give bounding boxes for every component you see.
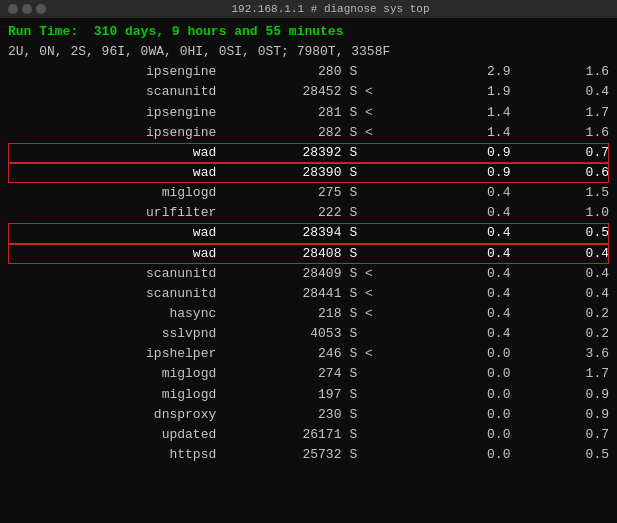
process-cpu: 1.4 bbox=[436, 123, 523, 143]
process-cpu: 0.0 bbox=[436, 425, 523, 445]
process-mem: 1.6 bbox=[522, 123, 609, 143]
process-state: S < bbox=[349, 103, 436, 123]
process-state: S bbox=[349, 425, 436, 445]
process-mem: 1.0 bbox=[522, 203, 609, 223]
table-row: miglogd274S0.01.7 bbox=[8, 364, 609, 384]
process-name: miglogd bbox=[8, 183, 224, 203]
process-mem: 1.5 bbox=[522, 183, 609, 203]
process-mem: 0.7 bbox=[522, 425, 609, 445]
process-mem: 1.7 bbox=[522, 364, 609, 384]
process-cpu: 0.4 bbox=[436, 264, 523, 284]
process-mem: 1.7 bbox=[522, 103, 609, 123]
process-state: S bbox=[349, 183, 436, 203]
process-name: dnsproxy bbox=[8, 405, 224, 425]
process-mem: 0.4 bbox=[522, 82, 609, 102]
process-state: S bbox=[349, 405, 436, 425]
process-table: ipsengine280S2.91.6scanunitd28452S <1.90… bbox=[8, 62, 609, 465]
process-pid: 28390 bbox=[224, 163, 349, 183]
process-name: ipsengine bbox=[8, 103, 224, 123]
process-cpu: 0.0 bbox=[436, 385, 523, 405]
process-name: hasync bbox=[8, 304, 224, 324]
process-pid: 28394 bbox=[224, 223, 349, 243]
process-pid: 281 bbox=[224, 103, 349, 123]
table-row: sslvpnd4053S0.40.2 bbox=[8, 324, 609, 344]
process-name: wad bbox=[8, 244, 224, 264]
process-mem: 0.6 bbox=[522, 163, 609, 183]
process-state: S < bbox=[349, 344, 436, 364]
process-cpu: 0.4 bbox=[436, 284, 523, 304]
table-row: wad28408S0.40.4 bbox=[8, 244, 609, 264]
title-bar: 192.168.1.1 # diagnose sys top bbox=[0, 0, 617, 18]
process-pid: 218 bbox=[224, 304, 349, 324]
process-cpu: 0.0 bbox=[436, 405, 523, 425]
process-pid: 280 bbox=[224, 62, 349, 82]
process-name: scanunitd bbox=[8, 82, 224, 102]
process-pid: 28409 bbox=[224, 264, 349, 284]
process-mem: 0.4 bbox=[522, 284, 609, 304]
terminal-window: 192.168.1.1 # diagnose sys top Run Time:… bbox=[0, 0, 617, 523]
process-pid: 28452 bbox=[224, 82, 349, 102]
process-mem: 0.4 bbox=[522, 264, 609, 284]
table-row: hasync218S <0.40.2 bbox=[8, 304, 609, 324]
process-pid: 246 bbox=[224, 344, 349, 364]
table-row: urlfilter222S0.41.0 bbox=[8, 203, 609, 223]
table-row: ipsengine281S <1.41.7 bbox=[8, 103, 609, 123]
process-mem: 1.6 bbox=[522, 62, 609, 82]
process-name: scanunitd bbox=[8, 284, 224, 304]
process-state: S bbox=[349, 203, 436, 223]
process-pid: 4053 bbox=[224, 324, 349, 344]
process-cpu: 0.0 bbox=[436, 445, 523, 465]
process-name: scanunitd bbox=[8, 264, 224, 284]
process-pid: 197 bbox=[224, 385, 349, 405]
process-mem: 0.5 bbox=[522, 445, 609, 465]
process-name: wad bbox=[8, 143, 224, 163]
table-row: miglogd275S0.41.5 bbox=[8, 183, 609, 203]
process-cpu: 0.4 bbox=[436, 183, 523, 203]
table-row: scanunitd28452S <1.90.4 bbox=[8, 82, 609, 102]
process-state: S < bbox=[349, 264, 436, 284]
process-state: S < bbox=[349, 123, 436, 143]
process-name: miglogd bbox=[8, 364, 224, 384]
maximize-dot bbox=[36, 4, 46, 14]
window-title: 192.168.1.1 # diagnose sys top bbox=[52, 3, 609, 15]
table-row: ipshelper246S <0.03.6 bbox=[8, 344, 609, 364]
process-state: S < bbox=[349, 82, 436, 102]
table-row: scanunitd28441S <0.40.4 bbox=[8, 284, 609, 304]
process-mem: 0.9 bbox=[522, 405, 609, 425]
table-row: ipsengine282S <1.41.6 bbox=[8, 123, 609, 143]
process-cpu: 0.0 bbox=[436, 344, 523, 364]
table-row: scanunitd28409S <0.40.4 bbox=[8, 264, 609, 284]
table-row: dnsproxy230S0.00.9 bbox=[8, 405, 609, 425]
process-cpu: 0.4 bbox=[436, 304, 523, 324]
table-row: wad28394S0.40.5 bbox=[8, 223, 609, 243]
process-cpu: 0.4 bbox=[436, 244, 523, 264]
process-cpu: 0.9 bbox=[436, 143, 523, 163]
table-row: wad28392S0.90.7 bbox=[8, 143, 609, 163]
process-state: S bbox=[349, 62, 436, 82]
process-name: ipsengine bbox=[8, 62, 224, 82]
process-state: S bbox=[349, 163, 436, 183]
process-state: S bbox=[349, 143, 436, 163]
window-controls bbox=[8, 4, 46, 14]
process-pid: 275 bbox=[224, 183, 349, 203]
process-cpu: 2.9 bbox=[436, 62, 523, 82]
process-cpu: 0.0 bbox=[436, 364, 523, 384]
close-dot bbox=[8, 4, 18, 14]
process-name: httpsd bbox=[8, 445, 224, 465]
process-state: S bbox=[349, 364, 436, 384]
process-mem: 0.2 bbox=[522, 324, 609, 344]
process-name: wad bbox=[8, 223, 224, 243]
process-pid: 230 bbox=[224, 405, 349, 425]
minimize-dot bbox=[22, 4, 32, 14]
process-cpu: 0.4 bbox=[436, 324, 523, 344]
table-row: httpsd25732S0.00.5 bbox=[8, 445, 609, 465]
process-name: sslvpnd bbox=[8, 324, 224, 344]
process-mem: 3.6 bbox=[522, 344, 609, 364]
process-pid: 28392 bbox=[224, 143, 349, 163]
process-state: S bbox=[349, 223, 436, 243]
process-state: S bbox=[349, 244, 436, 264]
process-state: S bbox=[349, 385, 436, 405]
process-state: S < bbox=[349, 304, 436, 324]
process-cpu: 0.9 bbox=[436, 163, 523, 183]
process-cpu: 1.4 bbox=[436, 103, 523, 123]
